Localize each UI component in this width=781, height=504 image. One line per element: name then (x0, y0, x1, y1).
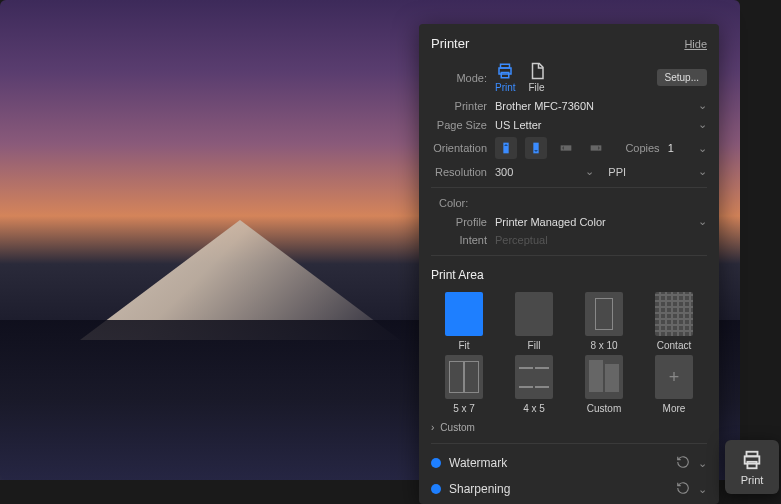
mode-file[interactable]: File (528, 62, 546, 93)
reset-icon[interactable] (676, 455, 690, 471)
orientation-landscape-flipped[interactable] (585, 137, 607, 159)
tile-fit[interactable]: Fit (431, 292, 497, 351)
watermark-toggle[interactable] (431, 458, 441, 468)
portrait-flip-icon (528, 140, 544, 156)
file-icon (528, 62, 546, 80)
tile-fill[interactable]: Fill (501, 292, 567, 351)
printer-icon (741, 449, 763, 471)
tile-contact[interactable]: Contact (641, 292, 707, 351)
tile-more[interactable]: +More (641, 355, 707, 414)
hide-link[interactable]: Hide (684, 38, 707, 50)
chevron-down-icon: ⌄ (698, 118, 707, 131)
orientation-portrait[interactable] (495, 137, 517, 159)
print-button[interactable]: Print (725, 440, 779, 494)
intent-value: Perceptual (495, 234, 707, 246)
resolution-unit[interactable]: PPI (608, 166, 626, 178)
custom-expander[interactable]: › Custom (419, 418, 719, 437)
chevron-down-icon: ⌄ (698, 165, 707, 178)
profile-select[interactable]: Profile Printer Managed Color ⌄ (419, 212, 719, 231)
panel-title: Printer (431, 36, 469, 51)
setup-button[interactable]: Setup... (657, 69, 707, 86)
mode-label: Mode: (431, 72, 487, 84)
divider (431, 187, 707, 188)
tile-4x5[interactable]: 4 x 5 (501, 355, 567, 414)
tile-5x7[interactable]: 5 x 7 (431, 355, 497, 414)
orientation-landscape[interactable] (555, 137, 577, 159)
print-area-title: Print Area (419, 262, 719, 288)
printer-select[interactable]: Printer Brother MFC-7360N ⌄ (419, 96, 719, 115)
chevron-down-icon[interactable]: ⌄ (698, 483, 707, 496)
orientation-portrait-flipped[interactable] (525, 137, 547, 159)
copies-value[interactable]: 1 (668, 142, 680, 154)
resolution-value[interactable]: 300 (495, 166, 513, 178)
divider (431, 255, 707, 256)
page-size-select[interactable]: Page Size US Letter ⌄ (419, 115, 719, 134)
chevron-down-icon: ⌄ (585, 165, 594, 178)
sharpening-toggle[interactable] (431, 484, 441, 494)
printer-panel: Printer Hide Mode: Print File Setup... P… (419, 24, 719, 504)
chevron-down-icon: ⌄ (698, 142, 707, 155)
printer-icon (496, 62, 514, 80)
chevron-down-icon: ⌄ (698, 99, 707, 112)
chevron-right-icon: › (431, 422, 434, 433)
tile-8x10[interactable]: 8 x 10 (571, 292, 637, 351)
chevron-down-icon[interactable]: ⌄ (698, 457, 707, 470)
divider (431, 443, 707, 444)
landscape-flip-icon (588, 140, 604, 156)
landscape-icon (558, 140, 574, 156)
reset-icon[interactable] (676, 481, 690, 497)
portrait-icon (498, 140, 514, 156)
mode-print[interactable]: Print (495, 62, 516, 93)
tile-custom[interactable]: Custom (571, 355, 637, 414)
chevron-down-icon: ⌄ (698, 215, 707, 228)
